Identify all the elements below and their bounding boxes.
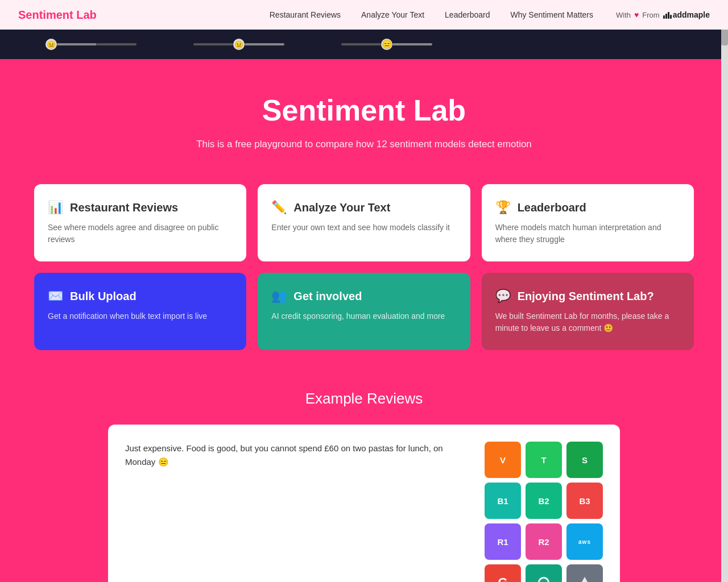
card-get-involved[interactable]: 👥 Get involved AI credit sponsoring, hum… [258,273,470,350]
slider-track-left-1 [57,43,97,45]
model-cell-anthropic[interactable] [566,564,603,582]
model-cell-openai[interactable] [526,564,562,582]
card-desc-bulk: Get a notification when bulk text import… [48,310,233,322]
card-title-involved: Get involved [293,290,362,303]
cards-section: 📊 Restaurant Reviews See where models ag… [0,173,728,367]
nav-links: Restaurant Reviews Analyze Your Text Lea… [270,10,593,20]
card-header: ✉️ Bulk Upload [48,289,233,304]
model-cell-b1[interactable]: B1 [485,483,521,519]
card-title-analyze: Analyze Your Text [293,201,390,214]
model-cell-r1[interactable]: R1 [485,523,521,560]
chat-card-icon: 💬 [495,289,511,304]
hero-title: Sentiment Lab [11,93,717,127]
nav-leaderboard[interactable]: Leaderboard [445,10,490,19]
hero-section: Sentiment Lab This is a free playground … [0,59,728,173]
card-desc-restaurant: See where models agree and disagree on p… [48,222,233,246]
addmaple-logo: addmaple [663,10,710,19]
card-header: 💬 Enjoying Sentiment Lab? [495,289,680,304]
slider-bar: 😐 😐 😑 [0,30,728,59]
aws-text: aws [578,539,591,545]
slider-thumb-3[interactable]: 😑 [381,39,392,50]
card-bulk-upload[interactable]: ✉️ Bulk Upload Get a notification when b… [34,273,246,350]
model-cell-v[interactable]: V [485,442,521,478]
slider-3[interactable]: 😑 [341,39,432,50]
review-text: Just expensive. Food is good, but you ca… [125,442,468,582]
example-title: Example Reviews [34,390,694,408]
hero-subtitle: This is a free playground to compare how… [11,139,717,150]
slider-track-left-2 [193,43,233,45]
nav-restaurant-reviews[interactable]: Restaurant Reviews [270,10,341,19]
scrollbar[interactable] [721,0,728,582]
model-cell-aws[interactable]: aws [566,523,603,560]
from-label: From [642,11,659,19]
card-desc-enjoying: We built Sentiment Lab for months, pleas… [495,310,680,334]
card-analyze-text[interactable]: ✏️ Analyze Your Text Enter your own text… [258,184,470,261]
navbar-right: With ♥ From addmaple [616,10,710,19]
slider-track-right-1 [97,43,136,45]
cards-row-2: ✉️ Bulk Upload Get a notification when b… [34,273,694,350]
card-desc-involved: AI credit sponsoring, human evaluation a… [271,310,456,322]
example-card: Just expensive. Food is good, but you ca… [108,425,620,582]
card-restaurant-reviews[interactable]: 📊 Restaurant Reviews See where models ag… [34,184,246,261]
card-header: 📊 Restaurant Reviews [48,200,233,215]
bar-chart-icon [663,11,672,19]
slider-track-right-2 [245,43,284,45]
heart-icon: ♥ [634,10,639,19]
card-header: 👥 Get involved [271,289,456,304]
brand-logo[interactable]: Sentiment Lab [18,9,97,22]
model-cell-r2[interactable]: R2 [526,523,562,560]
card-desc-leaderboard: Where models match human interpretation … [495,222,680,246]
card-title-leaderboard: Leaderboard [518,201,586,214]
slider-thumb-1[interactable]: 😐 [46,39,57,50]
slider-thumb-2[interactable]: 😐 [233,39,245,50]
card-title-enjoying: Enjoying Sentiment Lab? [518,290,654,303]
trophy-card-icon: 🏆 [495,200,511,215]
model-cell-s[interactable]: S [566,442,603,478]
with-label: With [616,11,631,19]
card-desc-analyze: Enter your own text and see how models c… [271,222,456,234]
card-title-bulk: Bulk Upload [70,290,136,303]
card-header: ✏️ Analyze Your Text [271,200,456,215]
card-leaderboard[interactable]: 🏆 Leaderboard Where models match human i… [482,184,694,261]
model-cell-t[interactable]: T [526,442,562,478]
model-cell-google[interactable]: G [485,564,521,582]
people-card-icon: 👥 [271,289,287,304]
slider-track-left-3 [341,43,381,45]
nav-why-sentiment[interactable]: Why Sentiment Matters [510,10,593,19]
bar-chart-card-icon: 📊 [48,200,63,215]
card-title-restaurant: Restaurant Reviews [70,201,178,214]
slider-2[interactable]: 😐 [193,39,284,50]
cards-row-1: 📊 Restaurant Reviews See where models ag… [34,184,694,261]
nav-analyze-text[interactable]: Analyze Your Text [361,10,424,19]
slider-1[interactable]: 😐 [46,39,136,50]
card-header: 🏆 Leaderboard [495,200,680,215]
navbar: Sentiment Lab Restaurant Reviews Analyze… [0,0,728,30]
card-enjoying[interactable]: 💬 Enjoying Sentiment Lab? We built Senti… [482,273,694,350]
example-section: Example Reviews Just expensive. Food is … [0,367,728,582]
model-cell-b3[interactable]: B3 [566,483,603,519]
email-card-icon: ✉️ [48,289,63,304]
model-cell-b2[interactable]: B2 [526,483,562,519]
model-grid: V T S B1 B2 B3 R1 R2 aws G [485,442,603,582]
slider-track-right-3 [392,43,432,45]
pencil-card-icon: ✏️ [271,200,287,215]
